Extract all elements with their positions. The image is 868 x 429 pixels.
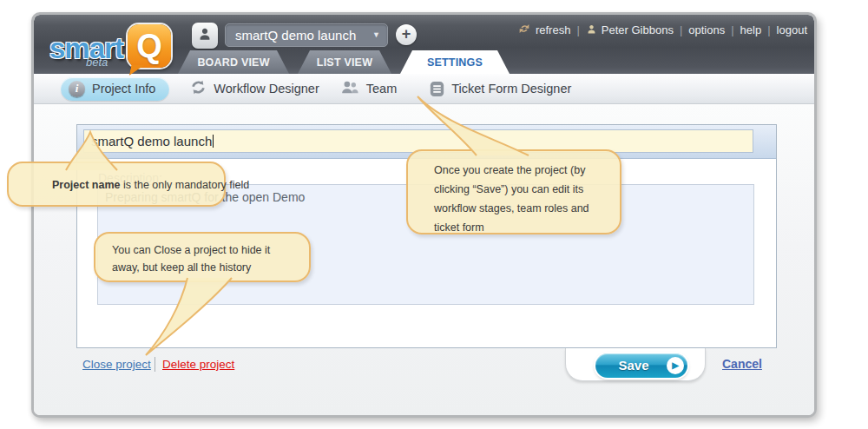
save-button[interactable]: Save ▶	[595, 353, 687, 378]
chevron-down-icon: ▼	[372, 24, 380, 46]
subnav-label: Team	[366, 82, 397, 96]
menu-separator: |	[680, 23, 682, 36]
tooltip-text: Once you create the project (by clicking…	[434, 164, 589, 234]
tooltip-text: You can Close a project to hide it away,…	[112, 244, 270, 274]
subnav-label: Project Info	[92, 82, 155, 96]
refresh-menu-item[interactable]: refresh	[517, 23, 570, 37]
save-arrow-icon: ▶	[667, 357, 684, 374]
tooltip-text: is the only mandatory field	[121, 179, 250, 191]
workflow-icon	[190, 79, 207, 98]
options-menu-item[interactable]: options	[688, 23, 725, 36]
user-menu-item[interactable]: Peter Gibbons	[586, 23, 674, 37]
refresh-label: refresh	[536, 23, 570, 36]
help-menu-item[interactable]: help	[740, 23, 762, 36]
tooltip-close-project: You can Close a project to hide it away,…	[94, 232, 311, 282]
user-icon	[586, 23, 597, 37]
add-project-button[interactable]: +	[396, 24, 417, 45]
tab-board-view[interactable]: BOARD VIEW	[178, 50, 289, 74]
cancel-link[interactable]: Cancel	[722, 357, 762, 371]
project-name-value: smartQ demo launch	[91, 134, 212, 148]
tab-settings[interactable]: SETTINGS	[400, 50, 510, 74]
person-icon	[197, 26, 213, 45]
subnav-item-workflow-designer[interactable]: Workflow Designer	[190, 79, 319, 98]
top-menu: refresh | Peter Gibbons | options | help…	[517, 23, 807, 37]
subnav-item-project-info[interactable]: i Project Info	[61, 77, 169, 101]
refresh-icon	[517, 23, 531, 37]
project-selector-value: smartQ demo launch	[235, 28, 356, 43]
save-label: Save	[618, 358, 648, 373]
app-header: smart beta Q smartQ demo launch ▼ + refr…	[34, 15, 814, 74]
project-selector-dropdown[interactable]: smartQ demo launch ▼	[225, 23, 388, 47]
subnav-label: Workflow Designer	[214, 82, 319, 96]
smartq-logo-q-icon: Q	[128, 24, 171, 68]
team-icon	[340, 79, 359, 98]
logout-menu-item[interactable]: logout	[777, 23, 807, 36]
close-project-link[interactable]: Close project	[82, 358, 151, 371]
menu-separator: |	[767, 23, 770, 36]
settings-subnav: i Project Info Workflow Designer Team T	[34, 74, 814, 104]
beta-label: beta	[86, 56, 108, 69]
tooltip-save-settings: Once you create the project (by clicking…	[406, 149, 621, 234]
user-name-label: Peter Gibbons	[602, 23, 674, 36]
menu-separator: |	[576, 23, 579, 36]
menu-separator: |	[731, 23, 733, 36]
project-owner-button[interactable]	[192, 23, 218, 49]
info-icon: i	[69, 81, 85, 97]
delete-project-link[interactable]: Delete project	[162, 358, 234, 371]
ticket-form-icon	[430, 81, 444, 97]
tooltip-project-name: Project name is the only mandatory field	[7, 162, 226, 207]
subnav-item-ticket-form-designer[interactable]: Ticket Form Designer	[430, 81, 571, 97]
text-cursor	[213, 135, 214, 148]
subnav-item-team[interactable]: Team	[340, 79, 397, 98]
tab-list-view[interactable]: LIST VIEW	[298, 50, 391, 74]
subnav-label: Ticket Form Designer	[451, 82, 571, 96]
smartq-app: smart beta Q smartQ demo launch ▼ + refr…	[0, 0, 868, 429]
tooltip-bold-text: Project name	[52, 179, 121, 191]
links-divider	[155, 357, 155, 372]
view-tabs: BOARD VIEW LIST VIEW SETTINGS	[178, 50, 510, 74]
